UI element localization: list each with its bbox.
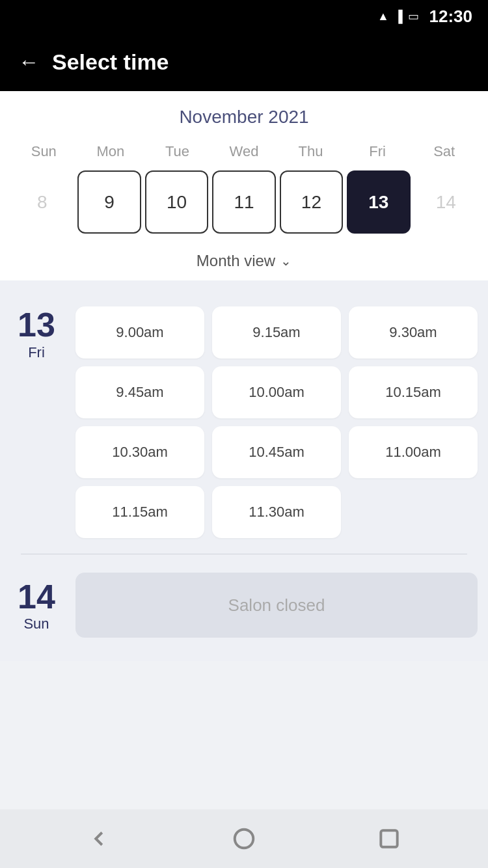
day-cell-8[interactable]: 8 (10, 170, 74, 234)
day-header-sun: Sun (10, 141, 77, 163)
nav-home-button[interactable] (228, 822, 260, 855)
nav-bar (0, 809, 488, 868)
salon-closed-label: Salon closed (75, 573, 478, 638)
time-slot-1030[interactable]: 10.30am (75, 426, 204, 478)
time-slot-915[interactable]: 9.15am (212, 306, 341, 359)
time-slot-945[interactable]: 9.45am (75, 366, 204, 418)
day-number-13: 13 (10, 306, 62, 344)
header: ← Select time (0, 33, 488, 91)
day-cell-13[interactable]: 13 (347, 170, 410, 234)
time-slot-1100[interactable]: 11.00am (349, 426, 478, 478)
day-block-14: 14 Sun Salon closed (10, 557, 478, 651)
wifi-icon: ▲ (377, 10, 389, 23)
day-header-tue: Tue (144, 141, 211, 163)
day-cell-9[interactable]: 9 (77, 170, 141, 234)
day-number-14: 14 (10, 578, 62, 616)
time-slot-1045[interactable]: 10.45am (212, 426, 341, 478)
chevron-down-icon: ⌄ (280, 253, 291, 269)
day-name-13: Fri (10, 344, 62, 361)
nav-home-icon (232, 826, 256, 851)
calendar-section: November 2021 Sun Mon Tue Wed Thu Fri Sa… (0, 91, 488, 280)
section-divider (21, 554, 467, 554)
day-header-thu: Thu (277, 141, 344, 163)
day-cell-11[interactable]: 11 (212, 170, 275, 234)
time-grid-13: 9.00am 9.15am 9.30am 9.45am 10.00am 10.1… (75, 306, 478, 538)
time-slot-1015[interactable]: 10.15am (349, 366, 478, 418)
slots-section: 13 Fri 9.00am 9.15am 9.30am 9.45am 10.00… (0, 280, 488, 661)
day-name-14: Sun (10, 616, 62, 632)
time-slot-1000[interactable]: 10.00am (212, 366, 341, 418)
month-view-label: Month view (197, 252, 275, 270)
day-label-13: 13 Fri (10, 306, 62, 360)
month-view-toggle[interactable]: Month view ⌄ (10, 244, 478, 280)
nav-recents-button[interactable] (373, 822, 405, 855)
day-header-sat: Sat (411, 141, 478, 163)
time-slot-900[interactable]: 9.00am (75, 306, 204, 359)
day-header-mon: Mon (77, 141, 144, 163)
day-label-14: 14 Sun (10, 578, 62, 632)
nav-back-button[interactable] (83, 822, 115, 855)
signal-icon: ▐ (394, 10, 403, 23)
svg-point-0 (235, 830, 254, 848)
time-slot-930[interactable]: 9.30am (349, 306, 478, 359)
svg-rect-1 (381, 830, 398, 847)
day-cell-14[interactable]: 14 (414, 170, 478, 234)
month-year-label: November 2021 (10, 107, 478, 128)
status-icons: ▲ ▐ ▭ 12:30 (377, 7, 472, 27)
time-slot-1130[interactable]: 11.30am (212, 486, 341, 538)
day-headers: Sun Mon Tue Wed Thu Fri Sat (10, 141, 478, 163)
back-button[interactable]: ← (18, 51, 39, 72)
time-slot-1115[interactable]: 11.15am (75, 486, 204, 538)
day-header-fri: Fri (344, 141, 411, 163)
battery-icon: ▭ (408, 9, 419, 23)
day-block-13: 13 Fri 9.00am 9.15am 9.30am 9.45am 10.00… (10, 291, 478, 551)
day-header-wed: Wed (211, 141, 278, 163)
week-row: 8 9 10 11 12 13 14 (10, 168, 478, 244)
day-cell-10[interactable]: 10 (145, 170, 208, 234)
status-bar: ▲ ▐ ▭ 12:30 (0, 0, 488, 33)
nav-recents-icon (377, 826, 401, 851)
nav-back-icon (87, 826, 111, 851)
status-time: 12:30 (429, 7, 473, 27)
day-cell-12[interactable]: 12 (280, 170, 343, 234)
page-title: Select time (52, 49, 169, 75)
